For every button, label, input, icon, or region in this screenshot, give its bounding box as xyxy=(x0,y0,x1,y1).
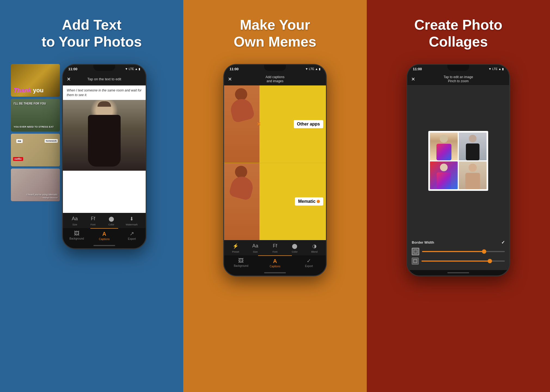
meme-text-1: When I text someone in the same room and… xyxy=(63,85,146,100)
color-label: Color xyxy=(108,223,114,226)
status-icons-3: ▼ LTE ▲ ▮ xyxy=(488,67,504,71)
home-indicator-3 xyxy=(407,270,509,275)
collage-cell-3[interactable] xyxy=(430,161,458,189)
top-bar-title-2: Add captions and images xyxy=(265,75,284,84)
export-tab-label-2: Export xyxy=(305,265,313,268)
color-icon: ⬤ xyxy=(108,215,115,223)
status-time-1: 11:00 xyxy=(68,67,77,71)
preset-label: Preset xyxy=(232,250,239,253)
panel-1-content: Thank you I'LL BE THERE FOR YOU YOU EVER… xyxy=(11,64,172,381)
drake-body-bottom xyxy=(228,174,255,201)
top-bar-2: ✕ Add captions and images xyxy=(224,74,326,85)
home-bar-2 xyxy=(264,272,286,273)
tab-captions-1[interactable]: A Captions xyxy=(90,228,118,243)
font-icon: Ff xyxy=(89,215,97,223)
thumb-marilyn: I heard you're using Mematic — Marilyn M… xyxy=(11,169,60,201)
export-tab-label-1: Export xyxy=(128,237,136,240)
slider-fill-1 xyxy=(422,251,484,252)
thumb-marilyn-text: I heard you're using Mematic — Marilyn M… xyxy=(26,193,58,199)
panel-2-title: Make Your Own Memes xyxy=(234,16,316,50)
drake-top: ✕ Other apps xyxy=(224,85,326,163)
tab-export-2[interactable]: ✓ Export xyxy=(292,255,326,270)
slider-thumb-1[interactable] xyxy=(482,249,486,254)
screen-1: 11:00 ▼ LTE ▲ ▮ ✕ Tap on the text to edi… xyxy=(63,65,146,248)
border-slider-row-2 xyxy=(412,258,505,265)
panel-memes: Make Your Own Memes 11:00 ▼ LTE ▲ ▮ ✕ Ad… xyxy=(183,0,366,392)
close-icon-2[interactable]: ✕ xyxy=(228,76,232,82)
color-label-2: Color xyxy=(292,250,298,253)
phone-3: 11:00 ▼ LTE ▲ ▮ ✕ Tap to edit an image P… xyxy=(407,64,510,276)
toolbar-icons-2: ⚡ Preset Aa Size Ff Font ⬤ Color ◑ Ble xyxy=(224,240,326,255)
collage-cell-4[interactable] xyxy=(459,161,487,189)
tool-font-2[interactable]: Ff Font xyxy=(271,242,279,253)
panel-1-title: Add Text to Your Photos xyxy=(42,16,142,50)
tool-size-2[interactable]: Aa Size xyxy=(252,242,259,253)
thumbnail-strip: Thank you I'LL BE THERE FOR YOU YOU EVER… xyxy=(11,64,60,381)
toolbar-icons-1: Aa Size Ff Font ⬤ Color ⬇ Watermark xyxy=(63,213,146,228)
watermark-label: Watermark xyxy=(126,223,138,226)
drake-x-mark: ✕ xyxy=(257,121,261,127)
size-label: Size xyxy=(72,223,77,226)
thumb-pig-meme: I'LL BE THERE FOR YOU YOU EVER NEED TO S… xyxy=(11,99,60,131)
drake-body-top xyxy=(228,97,255,123)
collage-cell-1[interactable] xyxy=(430,133,458,160)
phone-1: 11:00 ▼ LTE ▲ ▮ ✕ Tap on the text to edi… xyxy=(62,64,146,249)
blend-icon: ◑ xyxy=(311,242,318,250)
border-checkmark: ✓ xyxy=(501,240,505,245)
close-icon-1[interactable]: ✕ xyxy=(67,76,71,82)
tab-export-1[interactable]: ↗ Export xyxy=(118,228,146,243)
notch-1 xyxy=(93,65,115,71)
top-bar-3: ✕ Tap to edit an image Pinch to zoom xyxy=(407,74,509,85)
meme-content-2: ✕ Other apps xyxy=(224,85,326,240)
slider-track-1[interactable] xyxy=(422,251,505,252)
tool-size[interactable]: Aa Size xyxy=(71,215,79,226)
top-bar-1: ✕ Tap on the text to edit xyxy=(63,74,146,85)
tab-background-2[interactable]: 🖼 Background xyxy=(224,255,258,270)
border-icon-1 xyxy=(412,248,419,255)
slider-track-2[interactable] xyxy=(421,261,505,262)
thumb-thank-you: Thank you xyxy=(11,64,60,97)
tab-background-1[interactable]: 🖼 Background xyxy=(63,228,90,243)
phone-1-content: When I text someone in the same room and… xyxy=(63,85,146,213)
tool-blend[interactable]: ◑ Blend xyxy=(311,242,318,253)
screen-2: 11:00 ▼ LTE ▲ ▮ ✕ Add captions and image… xyxy=(224,65,326,275)
captions-tab-icon-2: A xyxy=(273,258,277,264)
thumb-distracted: me netflix homework xyxy=(11,134,60,166)
phone-2: 11:00 ▼ LTE ▲ ▮ ✕ Add captions and image… xyxy=(223,64,327,276)
blend-label: Blend xyxy=(311,250,317,253)
notch-3 xyxy=(447,65,469,71)
tool-color-2[interactable]: ⬤ Color xyxy=(291,242,298,253)
tool-color[interactable]: ⬤ Color xyxy=(108,215,115,226)
color-icon-2: ⬤ xyxy=(291,242,298,250)
captions-tab-label-1: Captions xyxy=(99,238,109,241)
top-bar-title-3: Tap to edit an image Pinch to zoom xyxy=(444,75,473,84)
border-icon-2 xyxy=(412,258,419,265)
background-tab-label-1: Background xyxy=(69,237,84,240)
slider-thumb-2[interactable] xyxy=(488,259,492,263)
tab-captions-2[interactable]: A Captions xyxy=(258,255,292,270)
mematic-label: Mematic xyxy=(295,197,323,206)
tool-font[interactable]: Ff Font xyxy=(89,215,97,226)
home-bar-1 xyxy=(93,245,115,246)
border-width-label: Border Width ✓ xyxy=(412,240,505,245)
home-indicator-1 xyxy=(63,243,146,248)
status-icons-1: ▼ LTE ▲ ▮ xyxy=(125,67,140,71)
drake-figure-bottom xyxy=(224,163,259,240)
thumb-1-text: Thank you xyxy=(14,87,44,94)
woman-body xyxy=(88,115,121,167)
bottom-tabs-1: 🖼 Background A Captions ↗ Export xyxy=(63,228,146,243)
tool-watermark[interactable]: ⬇ Watermark xyxy=(126,215,138,226)
close-icon-3[interactable]: ✕ xyxy=(411,76,415,82)
border-slider-row-1 xyxy=(412,248,505,255)
label-me: me xyxy=(16,139,23,143)
tool-preset[interactable]: ⚡ Preset xyxy=(232,242,239,253)
border-controls: Border Width ✓ xyxy=(407,237,509,270)
mematic-dot xyxy=(317,200,320,203)
collage-cell-2[interactable] xyxy=(459,133,487,160)
background-tab-label-2: Background xyxy=(234,264,248,267)
font-label-2: Font xyxy=(273,250,277,253)
label-netflix: netflix xyxy=(13,157,23,161)
panel-collages: Create Photo Collages 11:00 ▼ LTE ▲ ▮ ✕ … xyxy=(367,0,550,392)
drake-head-top xyxy=(235,88,247,100)
label-homework: homework xyxy=(45,139,58,143)
